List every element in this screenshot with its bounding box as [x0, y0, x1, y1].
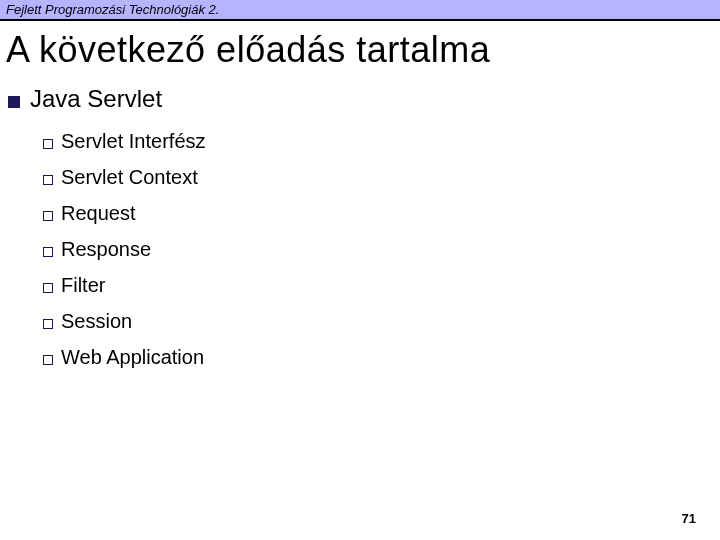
page-number: 71 [682, 511, 696, 526]
course-header: Fejlett Programozási Technológiák 2. [0, 0, 720, 21]
item-label: Web Application [61, 343, 204, 371]
list-item: Session [43, 307, 720, 335]
slide-title: A következő előadás tartalma [0, 21, 720, 85]
list-item: Request [43, 199, 720, 227]
topic-label: Java Servlet [30, 85, 162, 113]
list-item: Servlet Interfész [43, 127, 720, 155]
item-label: Session [61, 307, 132, 335]
square-filled-icon [8, 96, 20, 108]
item-label: Filter [61, 271, 105, 299]
slide-content: Java Servlet Servlet Interfész Servlet C… [0, 85, 720, 371]
square-hollow-icon [43, 319, 53, 329]
square-hollow-icon [43, 211, 53, 221]
item-label: Response [61, 235, 151, 263]
item-label: Servlet Interfész [61, 127, 206, 155]
square-hollow-icon [43, 175, 53, 185]
sub-list: Servlet Interfész Servlet Context Reques… [8, 127, 720, 371]
item-label: Servlet Context [61, 163, 198, 191]
list-item: Web Application [43, 343, 720, 371]
square-hollow-icon [43, 247, 53, 257]
list-item: Filter [43, 271, 720, 299]
list-item: Response [43, 235, 720, 263]
topic-item: Java Servlet [8, 85, 720, 113]
square-hollow-icon [43, 355, 53, 365]
course-title: Fejlett Programozási Technológiák 2. [6, 2, 219, 17]
square-hollow-icon [43, 283, 53, 293]
item-label: Request [61, 199, 136, 227]
list-item: Servlet Context [43, 163, 720, 191]
square-hollow-icon [43, 139, 53, 149]
